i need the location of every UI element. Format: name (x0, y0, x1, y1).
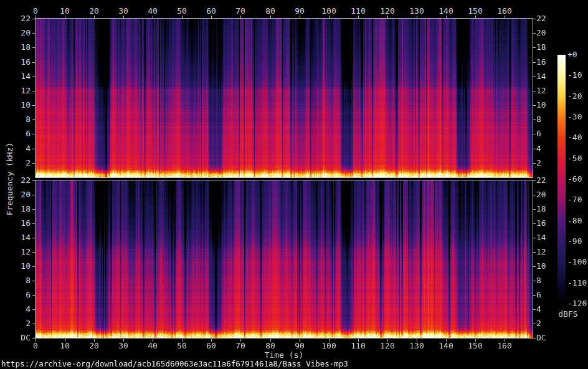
freq-axis-tick (32, 47, 35, 48)
time-tick-label: 70 (228, 7, 253, 16)
freq-tick-label: 18 (536, 43, 546, 52)
time-tick-label: 40 (140, 342, 165, 350)
time-axis-tick (123, 16, 124, 18)
freq-axis-tick (32, 163, 35, 164)
freq-tick-label: 2 (0, 319, 31, 328)
time-tick-label: 20 (82, 342, 107, 350)
freq-axis-tick (32, 252, 35, 253)
freq-axis-tick (32, 180, 35, 181)
freq-axis-tick (533, 252, 536, 253)
time-tick-label: 10 (52, 7, 77, 16)
freq-tick-label: 6 (536, 129, 541, 138)
colorbar-tick-label: -90 (567, 237, 582, 246)
freq-axis-tick (533, 33, 536, 34)
freq-tick-label: 8 (536, 276, 541, 285)
time-tick-label: 50 (169, 7, 194, 16)
time-tick-label: 70 (228, 342, 253, 350)
freq-tick-label: 10 (0, 101, 31, 110)
freq-axis-tick (32, 209, 35, 210)
freq-tick-label: 12 (0, 248, 31, 256)
freq-tick-label: 2 (536, 159, 541, 167)
freq-tick-label: DC (0, 334, 31, 342)
time-tick-label: 30 (111, 7, 136, 16)
colorbar-tick-label: -30 (567, 113, 582, 121)
freq-tick-label: 18 (536, 205, 546, 213)
time-tick-label: 140 (434, 342, 458, 350)
freq-axis-tick (32, 149, 35, 149)
freq-axis-tick (533, 19, 536, 19)
freq-tick-label: 2 (536, 319, 541, 328)
freq-tick-label: 12 (0, 86, 31, 95)
time-axis-tick (182, 16, 183, 18)
time-axis-tick (358, 16, 359, 18)
freq-axis-tick (533, 163, 536, 164)
freq-axis-tick (32, 62, 35, 63)
time-tick-label: 140 (434, 7, 458, 16)
time-tick-label: 150 (463, 7, 488, 16)
freq-axis-tick (32, 324, 35, 324)
colorbar-tick-label: -100 (567, 258, 587, 266)
colorbar-tick-label: -20 (567, 92, 582, 101)
freq-tick-label: 20 (536, 190, 546, 199)
time-axis-tick (446, 16, 447, 18)
freq-tick-label: 12 (536, 248, 546, 256)
freq-tick-label: 22 (0, 176, 31, 185)
colorbar-tick-label: -50 (567, 154, 582, 163)
freq-axis-tick (32, 238, 35, 238)
time-axis-tick (505, 16, 505, 18)
freq-axis-tick (533, 266, 536, 267)
freq-axis-tick (32, 309, 35, 310)
freq-tick-label: 22 (536, 176, 546, 185)
freq-axis-tick (533, 295, 536, 296)
spectrogram-channel-1 (36, 19, 533, 177)
colorbar-tick-label: +0 (567, 50, 577, 59)
freq-tick-label: 22 (536, 14, 546, 23)
freq-tick-label: 20 (536, 29, 546, 37)
freq-axis-tick (533, 338, 536, 339)
freq-axis-tick (32, 281, 35, 281)
freq-tick-label: 4 (536, 144, 541, 153)
freq-axis-tick (533, 195, 536, 195)
time-axis-tick (65, 16, 65, 18)
time-tick-label: 60 (199, 7, 224, 16)
freq-tick-label: 18 (0, 205, 31, 213)
time-tick-label: 130 (404, 7, 429, 16)
freq-axis-tick (533, 105, 536, 106)
time-tick-label: 150 (463, 342, 488, 350)
freq-tick-label: 6 (536, 291, 541, 299)
time-axis-tick (417, 16, 417, 18)
time-tick-label: 50 (169, 342, 194, 350)
time-tick-label: 100 (316, 7, 341, 16)
freq-axis-tick (32, 91, 35, 91)
freq-axis-tick (32, 33, 35, 34)
freq-axis-tick (533, 149, 536, 149)
freq-axis-tick (533, 223, 536, 224)
freq-axis-tick (32, 19, 35, 19)
freq-tick-label: 6 (0, 291, 31, 299)
colorbar-tick-label: -110 (567, 279, 587, 287)
freq-axis-tick (533, 91, 536, 91)
time-tick-label: 100 (316, 342, 341, 350)
colorbar-tick-label: -70 (567, 195, 582, 204)
time-axis-tick (329, 16, 330, 18)
freq-tick-label: 14 (536, 72, 546, 81)
colorbar-tick-label: -10 (567, 71, 582, 80)
time-tick-label: 130 (404, 342, 429, 350)
freq-tick-label: 14 (0, 72, 31, 81)
freq-tick-label: 16 (536, 219, 546, 228)
freq-axis-tick (533, 47, 536, 48)
freq-axis-tick (32, 338, 35, 339)
freq-axis-tick (32, 223, 35, 224)
freq-axis-tick (32, 195, 35, 195)
time-axis-tick (240, 16, 241, 18)
freq-tick-label: 10 (536, 262, 546, 271)
freq-tick-label: 16 (536, 58, 546, 67)
freq-tick-label: 16 (0, 219, 31, 228)
freq-axis-tick (32, 77, 35, 77)
time-tick-label: 160 (492, 342, 517, 350)
freq-axis-tick (533, 180, 536, 181)
freq-axis-tick (533, 77, 536, 77)
freq-tick-label: 6 (0, 129, 31, 138)
freq-axis-tick (32, 105, 35, 106)
time-tick-label: 90 (287, 342, 312, 350)
